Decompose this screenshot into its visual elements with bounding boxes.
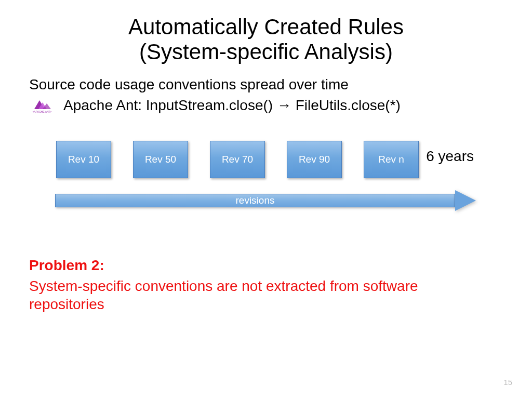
timeline-diagram: Rev 10 Rev 50 Rev 70 Rev 90 Rev n 6 year… <box>26 141 506 229</box>
revision-box: Rev 50 <box>133 141 188 178</box>
apache-ant-logo-icon: <APACHE ANT> <box>29 98 55 113</box>
problem-heading: Problem 2: <box>29 257 506 274</box>
arrow-bar-label: revisions <box>55 194 455 207</box>
revision-box: Rev 10 <box>56 141 111 178</box>
title-line-2: (System-specific Analysis) <box>139 39 393 64</box>
svg-text:<APACHE ANT>: <APACHE ANT> <box>32 110 51 113</box>
example-row: <APACHE ANT> Apache Ant: InputStream.clo… <box>29 97 506 114</box>
problem-text: System-specific conventions are not extr… <box>29 277 486 313</box>
slide: Automatically Created Rules (System-spec… <box>0 0 532 399</box>
arrow-head-icon <box>455 190 476 211</box>
page-number: 15 <box>503 378 512 387</box>
example-text: Apache Ant: InputStream.close() → FileUt… <box>63 97 401 114</box>
slide-title: Automatically Created Rules (System-spec… <box>26 15 506 65</box>
subtitle: Source code usage conventions spread ove… <box>29 76 506 93</box>
revision-box: Rev 90 <box>287 141 342 178</box>
revision-box: Rev n <box>364 141 419 178</box>
title-line-1: Automatically Created Rules <box>128 15 404 39</box>
years-label: 6 years <box>426 148 474 165</box>
problem-block: Problem 2: System-specific conventions a… <box>29 257 506 313</box>
revision-box: Rev 70 <box>210 141 265 178</box>
timeline-arrow: revisions <box>55 190 476 211</box>
